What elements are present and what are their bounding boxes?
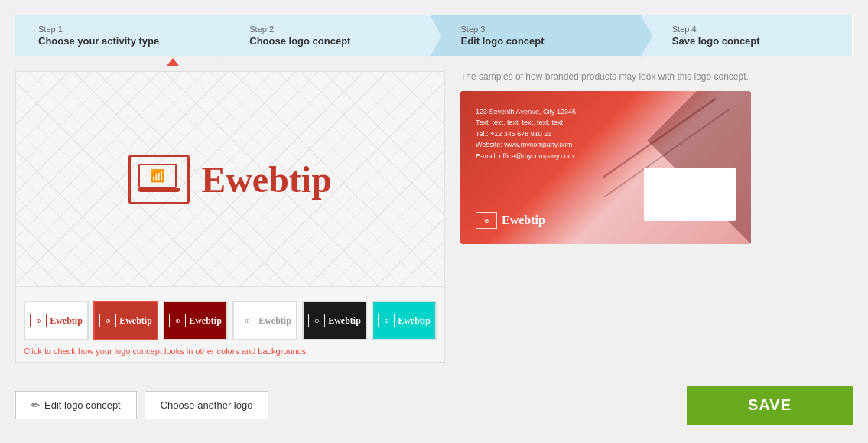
steps-bar: Step 1 Choose your activity type Step 2 … xyxy=(15,15,853,56)
variant-icon-6: ⊕ xyxy=(378,314,395,327)
logo-preview-panel: 📶 Ewebtip ⊕ Ewebtip xyxy=(15,71,445,363)
variant-icon-5: ⊕ xyxy=(308,314,325,327)
card-logo-icon: ⊕ xyxy=(476,212,497,229)
step-3-number: Step 3 xyxy=(461,24,626,34)
variant-inner-1: ⊕ Ewebtip xyxy=(27,311,86,331)
step-4[interactable]: Step 4 Save logo concept xyxy=(642,15,853,56)
card-email: E-mail: office@mycompany.com xyxy=(476,151,576,161)
logo-preview-area: 📶 Ewebtip xyxy=(16,72,444,286)
step-2-number: Step 2 xyxy=(249,24,414,34)
step-4-label: Save logo concept xyxy=(672,35,837,47)
logo-icon-box: 📶 xyxy=(128,155,190,204)
variant-inner-3: ⊕ Ewebtip xyxy=(166,311,225,331)
bottom-bar: ✏ Edit logo concept Choose another logo … xyxy=(15,378,853,432)
branded-panel: The samples of how branded products may … xyxy=(460,71,853,363)
variant-thumb-4[interactable]: ⊕ Ewebtip xyxy=(232,301,297,340)
variant-thumb-5[interactable]: ⊕ Ewebtip xyxy=(302,301,367,340)
card-logo-text: Ewebtip xyxy=(502,213,545,227)
step-1[interactable]: Step 1 Choose your activity type xyxy=(15,15,219,56)
variant-text-5: Ewebtip xyxy=(328,315,361,327)
edit-logo-button[interactable]: ✏ Edit logo concept xyxy=(15,391,137,419)
main-content: 📶 Ewebtip ⊕ Ewebtip xyxy=(15,71,853,363)
branded-description: The samples of how branded products may … xyxy=(460,71,853,82)
save-button[interactable]: SAVE xyxy=(687,386,853,425)
variant-indicator xyxy=(167,58,179,66)
variant-text-1: Ewebtip xyxy=(50,315,83,327)
variant-thumb-2[interactable]: ⊕ Ewebtip xyxy=(93,301,158,340)
variant-icon-4: ⊕ xyxy=(239,314,255,327)
variant-thumb-1[interactable]: ⊕ Ewebtip xyxy=(24,301,89,340)
card-logo-area: ⊕ Ewebtip xyxy=(476,212,545,229)
logo-text: Ewebtip xyxy=(201,158,332,200)
variants-row: ⊕ Ewebtip ⊕ Ewebtip ⊕ Ewebtip xyxy=(24,301,437,340)
card-address: 123 Seventh Avenue, City 12345 xyxy=(476,106,576,117)
choose-button-label: Choose another logo xyxy=(161,399,253,411)
variant-text-3: Ewebtip xyxy=(189,315,222,327)
business-card: 123 Seventh Avenue, City 12345 Text, tex… xyxy=(460,91,751,244)
step-1-label: Choose your activity type xyxy=(38,35,203,47)
card-background: 123 Seventh Avenue, City 12345 Text, tex… xyxy=(460,91,751,244)
step-3[interactable]: Step 3 Edit logo concept xyxy=(431,15,642,56)
variant-icon-3: ⊕ xyxy=(169,314,186,327)
card-white-box xyxy=(644,168,736,221)
variant-inner-4: ⊕ Ewebtip xyxy=(236,311,294,331)
pencil-icon: ✏ xyxy=(31,399,40,411)
variant-icon-1: ⊕ xyxy=(30,314,47,327)
variant-inner-6: ⊕ Ewebtip xyxy=(375,311,434,331)
color-variants: ⊕ Ewebtip ⊕ Ewebtip ⊕ Ewebtip xyxy=(16,286,444,362)
card-website: Website: www.mycompany.com xyxy=(476,139,576,150)
card-text: Text, text, text, text, text, text xyxy=(476,117,576,128)
step-2[interactable]: Step 2 Choose logo concept xyxy=(219,15,430,56)
variant-text-4: Ewebtip xyxy=(258,315,291,327)
variant-inner-2: ⊕ Ewebtip xyxy=(96,311,155,331)
hint-text: Click to check how your logo concept loo… xyxy=(24,347,437,356)
variant-text-2: Ewebtip xyxy=(119,315,152,327)
left-buttons: ✏ Edit logo concept Choose another logo xyxy=(15,391,268,419)
card-tel: Tel.: +12 345 678 910 23 xyxy=(476,129,576,139)
laptop-base xyxy=(138,188,180,192)
logo-display: 📶 Ewebtip xyxy=(128,155,332,204)
choose-another-button[interactable]: Choose another logo xyxy=(145,391,269,419)
laptop-icon: 📶 xyxy=(138,164,180,194)
step-4-number: Step 4 xyxy=(672,24,837,34)
wifi-icon: 📶 xyxy=(150,170,165,182)
page-container: Step 1 Choose your activity type Step 2 … xyxy=(0,0,868,443)
laptop-screen: 📶 xyxy=(138,164,177,188)
variant-thumb-3[interactable]: ⊕ Ewebtip xyxy=(163,301,228,340)
variant-text-6: Ewebtip xyxy=(398,315,431,327)
edit-button-label: Edit logo concept xyxy=(44,399,121,411)
step-2-label: Choose logo concept xyxy=(249,35,414,47)
step-1-number: Step 1 xyxy=(38,24,203,34)
variant-thumb-6[interactable]: ⊕ Ewebtip xyxy=(372,301,437,340)
card-contact-info: 123 Seventh Avenue, City 12345 Text, tex… xyxy=(476,106,576,161)
variant-icon-2: ⊕ xyxy=(99,314,116,327)
save-button-label: SAVE xyxy=(748,396,792,413)
step-3-label: Edit logo concept xyxy=(461,35,626,47)
variant-inner-5: ⊕ Ewebtip xyxy=(305,311,364,331)
